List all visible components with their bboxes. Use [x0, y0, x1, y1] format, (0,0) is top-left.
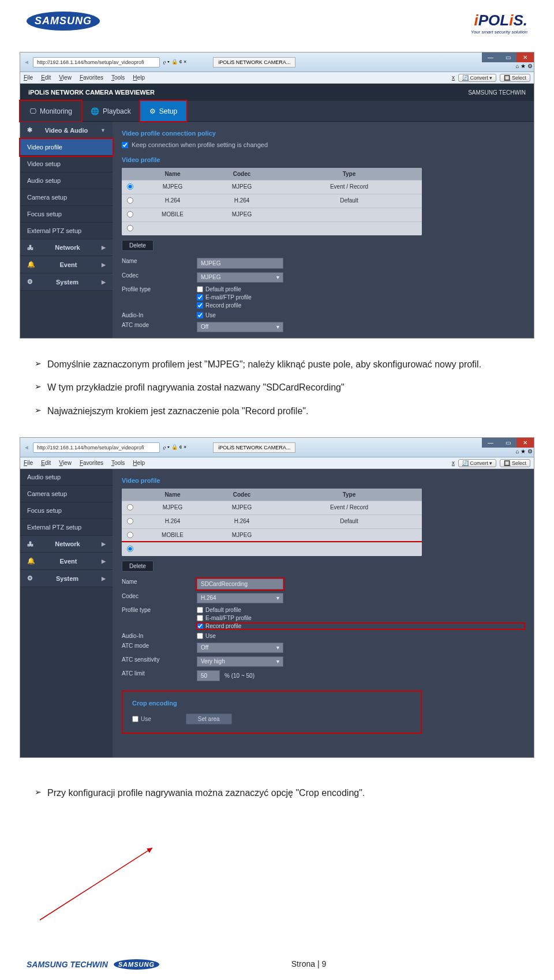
sidebar-section-network[interactable]: 🖧 Network▶: [20, 536, 113, 553]
tab-monitoring[interactable]: 🖵 Monitoring: [20, 101, 81, 121]
back-icon[interactable]: ◄: [24, 444, 29, 450]
back-icon[interactable]: ◄: [24, 59, 29, 65]
sidebar-section-event[interactable]: 🔔 Event▶: [20, 553, 113, 570]
row-radio[interactable]: [127, 546, 133, 552]
atc-limit-range: % (10 ~ 50): [224, 673, 254, 679]
codec-select[interactable]: H.264▾: [197, 593, 283, 603]
table-row[interactable]: MOBILEMJPEG: [122, 208, 422, 221]
browser-tab[interactable]: iPOLiS NETWORK CAMERA...: [213, 57, 295, 67]
select-button[interactable]: 🔲 Select: [500, 459, 530, 467]
audio-use-checkbox[interactable]: [197, 633, 203, 639]
tab-setup[interactable]: ⚙ Setup: [140, 101, 186, 121]
name-input[interactable]: [197, 258, 283, 269]
sidebar-item-audio-setup[interactable]: Audio setup: [20, 469, 113, 486]
set-area-button[interactable]: Set area: [186, 714, 232, 724]
close-button[interactable]: ✕: [516, 52, 534, 62]
audio-in-label: Audio-In: [122, 312, 185, 318]
record-profile-label: Record profile: [205, 623, 241, 629]
table-row[interactable]: MJPEGMJPEGEvent / Record: [122, 180, 422, 194]
table-row[interactable]: MOBILEMJPEG: [122, 528, 422, 542]
atc-mode-select[interactable]: Off▾: [197, 643, 283, 653]
minimize-button[interactable]: —: [482, 438, 499, 448]
menu-bar: File Edit View Favorites Tools Help x 🔄 …: [20, 457, 534, 469]
record-profile-checkbox[interactable]: [197, 302, 203, 309]
close-button[interactable]: ✕: [516, 438, 534, 448]
crop-use-checkbox[interactable]: [132, 716, 138, 722]
delete-button[interactable]: Delete: [122, 561, 154, 572]
select-button[interactable]: 🔲 Select: [500, 74, 530, 82]
codec-select[interactable]: MJPEG▾: [197, 272, 283, 283]
menu-edit[interactable]: Edit: [41, 74, 51, 81]
table-row[interactable]: H.264H.264Default: [122, 194, 422, 208]
row-radio[interactable]: [127, 504, 133, 510]
crop-encoding-section: Crop encoding Use Set area: [122, 690, 422, 734]
samsung-logo-small: SAMSUNG: [114, 959, 159, 970]
sidebar-item-video-profile[interactable]: Video profile: [20, 139, 113, 156]
samsung-logo: SAMSUNG: [27, 12, 100, 31]
sidebar-item-video-setup[interactable]: Video setup: [20, 156, 113, 172]
row-radio[interactable]: [127, 532, 133, 538]
convert-button[interactable]: 🔄 Convert ▾: [458, 459, 497, 467]
atc-mode-select[interactable]: Off▾: [197, 322, 283, 332]
default-profile-label: Default profile: [205, 607, 241, 613]
menu-bar: File Edit View Favorites Tools Help x 🔄 …: [20, 72, 534, 84]
sidebar-section-system[interactable]: ⚙ System▶: [20, 570, 113, 587]
sidebar-item-external-ptz[interactable]: External PTZ setup: [20, 519, 113, 536]
table-row[interactable]: H.264H.264Default: [122, 515, 422, 528]
maximize-button[interactable]: ▭: [499, 438, 516, 448]
page-footer: SAMSUNG TECHWIN SAMSUNG Strona | 9: [0, 959, 554, 968]
document-text-block-1: ➢Domyślnie zaznaczonym profilem jest "MJ…: [35, 356, 519, 420]
default-profile-checkbox[interactable]: [197, 607, 203, 613]
menu-help[interactable]: Help: [133, 460, 145, 466]
sidebar-section-event[interactable]: 🔔 Event▶: [20, 256, 113, 273]
menu-favorites[interactable]: Favorites: [80, 460, 103, 466]
sidebar-section-network[interactable]: 🖧 Network▶: [20, 239, 113, 256]
menu-favorites[interactable]: Favorites: [80, 74, 103, 81]
sidebar-item-focus-setup[interactable]: Focus setup: [20, 502, 113, 519]
sidebar-item-camera-setup[interactable]: Camera setup: [20, 189, 113, 206]
menu-view[interactable]: View: [59, 460, 72, 466]
email-profile-checkbox[interactable]: [197, 615, 203, 621]
browser-tab[interactable]: iPOLiS NETWORK CAMERA...: [213, 442, 295, 453]
row-radio[interactable]: [127, 518, 133, 524]
audio-use-checkbox[interactable]: [197, 312, 203, 318]
menu-edit[interactable]: Edit: [41, 460, 51, 466]
name-label: Name: [122, 579, 185, 585]
sidebar-item-camera-setup[interactable]: Camera setup: [20, 486, 113, 502]
name-input[interactable]: [197, 579, 283, 589]
keep-connection-checkbox[interactable]: [122, 142, 128, 148]
atc-sensitivity-select[interactable]: Very high▾: [197, 656, 283, 667]
minimize-button[interactable]: —: [482, 52, 499, 62]
convert-button[interactable]: 🔄 Convert ▾: [458, 74, 497, 82]
menu-help[interactable]: Help: [133, 74, 145, 81]
table-row[interactable]: MJPEGMJPEGEvent / Record: [122, 501, 422, 515]
menu-file[interactable]: File: [24, 460, 33, 466]
sidebar-item-external-ptz[interactable]: External PTZ setup: [20, 223, 113, 239]
audio-use-label: Use: [205, 312, 216, 318]
main-tabs: 🖵 Monitoring 🌐 Playback ⚙ Setup: [20, 101, 534, 122]
table-row[interactable]: [122, 221, 422, 235]
table-row-selected[interactable]: [122, 542, 422, 556]
record-profile-checkbox[interactable]: [197, 623, 203, 629]
maximize-button[interactable]: ▭: [499, 52, 516, 62]
atc-limit-input[interactable]: [197, 670, 220, 681]
row-radio[interactable]: [127, 225, 133, 231]
menu-tools[interactable]: Tools: [111, 74, 125, 81]
row-radio[interactable]: [127, 197, 133, 204]
sidebar-item-focus-setup[interactable]: Focus setup: [20, 206, 113, 223]
sidebar-section-system[interactable]: ⚙ System▶: [20, 273, 113, 291]
webviewer-header: iPOLiS NETWORK CAMERA WEBVIEWER SAMSUNG …: [20, 84, 534, 101]
sidebar-section-video-audio[interactable]: ✱ Video & Audio▼: [20, 122, 113, 139]
delete-button[interactable]: Delete: [122, 240, 154, 251]
row-radio[interactable]: [127, 211, 133, 217]
address-bar[interactable]: http://192.168.1.144/home/setup/av_video…: [33, 442, 160, 453]
address-bar[interactable]: http://192.168.1.144/home/setup/av_video…: [33, 57, 160, 67]
menu-file[interactable]: File: [24, 74, 33, 81]
sidebar-item-audio-setup[interactable]: Audio setup: [20, 172, 113, 189]
email-profile-checkbox[interactable]: [197, 294, 203, 301]
tab-playback[interactable]: 🌐 Playback: [81, 101, 140, 121]
menu-view[interactable]: View: [59, 74, 72, 81]
menu-tools[interactable]: Tools: [111, 460, 125, 466]
row-radio[interactable]: [127, 183, 133, 190]
default-profile-checkbox[interactable]: [197, 286, 203, 292]
